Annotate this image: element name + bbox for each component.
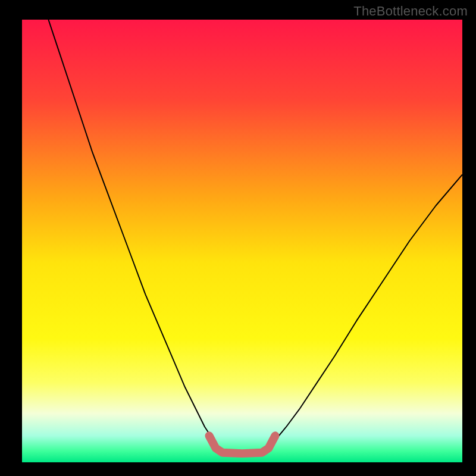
chart-canvas: [22, 20, 462, 462]
chart-stage: TheBottleneck.com: [0, 0, 476, 476]
watermark-text: TheBottleneck.com: [353, 4, 468, 19]
